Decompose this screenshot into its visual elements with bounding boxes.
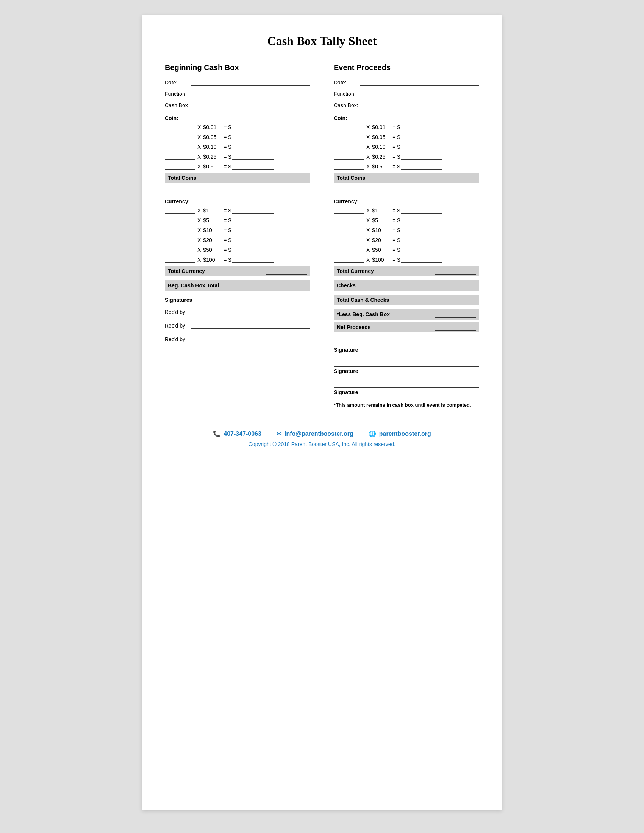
right-coin-result-1[interactable]: [401, 124, 443, 130]
right-section-title: Event Proceeds: [334, 63, 479, 72]
right-function-field[interactable]: [360, 90, 479, 97]
right-curr-result-5[interactable]: [401, 246, 443, 253]
left-curr-result-1[interactable]: [232, 207, 274, 214]
left-cashbox-label: Cash Box: [165, 102, 191, 108]
left-sig-field-1[interactable]: [191, 308, 310, 315]
left-curr-row-1: X $1 = $: [165, 207, 310, 214]
right-coin-qty-3[interactable]: [334, 143, 364, 150]
right-curr-row-6: X $100 = $: [334, 256, 479, 263]
right-sig-line-2[interactable]: [334, 360, 479, 367]
right-curr-result-6[interactable]: [401, 256, 443, 263]
right-total-currency-value[interactable]: [435, 268, 476, 275]
left-coin-result-4[interactable]: [232, 153, 274, 160]
right-curr-result-3[interactable]: [401, 227, 443, 233]
right-less-beg-value[interactable]: [435, 311, 476, 318]
globe-icon: 🌐: [369, 430, 376, 437]
right-coin-qty-2[interactable]: [334, 133, 364, 140]
right-coin-row-1: X $0.01 = $: [334, 124, 479, 130]
left-coin-result-2[interactable]: [232, 133, 274, 140]
right-coin-denom-4: $0.25: [372, 154, 391, 160]
right-total-cash-label: Total Cash & Checks: [337, 297, 435, 303]
right-curr-result-2[interactable]: [401, 217, 443, 224]
right-total-cash-value[interactable]: [435, 296, 476, 303]
left-coin-qty-5[interactable]: [165, 163, 195, 170]
right-coin-qty-1[interactable]: [334, 124, 364, 130]
right-net-proceeds-label: Net Proceeds: [337, 324, 435, 330]
left-curr-qty-4[interactable]: [165, 236, 195, 243]
right-curr-qty-4[interactable]: [334, 236, 364, 243]
right-curr-result-4[interactable]: [401, 236, 443, 243]
right-curr-denom-4: $20: [372, 237, 391, 243]
left-cashbox-field[interactable]: [191, 101, 310, 108]
right-sig-line-1[interactable]: [334, 338, 479, 345]
left-curr-result-3[interactable]: [232, 227, 274, 233]
footer-phone-number[interactable]: 407-347-0063: [224, 431, 261, 437]
right-checks-label: Checks: [337, 283, 435, 288]
left-coin-qty-2[interactable]: [165, 133, 195, 140]
right-date-label: Date:: [334, 79, 360, 85]
left-coin-result-3[interactable]: [232, 143, 274, 150]
left-date-field[interactable]: [191, 79, 310, 85]
left-coin-qty-1[interactable]: [165, 124, 195, 130]
left-curr-result-5[interactable]: [232, 246, 274, 253]
right-coin-result-5[interactable]: [401, 163, 443, 170]
right-total-coins-row: Total Coins: [334, 173, 479, 183]
right-coin-qty-5[interactable]: [334, 163, 364, 170]
left-sig-field-2[interactable]: [191, 322, 310, 329]
right-coin-result-3[interactable]: [401, 143, 443, 150]
left-curr-qty-5[interactable]: [165, 246, 195, 253]
right-less-beg-row: *Less Beg. Cash Box: [334, 309, 479, 320]
right-coin-result-4[interactable]: [401, 153, 443, 160]
left-coin-result-5[interactable]: [232, 163, 274, 170]
right-total-coins-value[interactable]: [435, 175, 476, 182]
left-coin-qty-3[interactable]: [165, 143, 195, 150]
footer-email-address[interactable]: info@parentbooster.org: [285, 431, 353, 437]
right-net-proceeds-value[interactable]: [435, 324, 476, 331]
left-coin-row-3: X $0.10 = $: [165, 143, 310, 150]
right-curr-qty-3[interactable]: [334, 227, 364, 233]
right-coin-qty-4[interactable]: [334, 153, 364, 160]
right-curr-denom-3: $10: [372, 227, 391, 233]
right-date-row: Date:: [334, 79, 479, 85]
left-curr-result-4[interactable]: [232, 236, 274, 243]
right-checks-value[interactable]: [435, 282, 476, 289]
right-date-field[interactable]: [360, 79, 479, 85]
left-cashbox-row: Cash Box: [165, 101, 310, 108]
right-coin-result-2[interactable]: [401, 133, 443, 140]
left-coin-qty-4[interactable]: [165, 153, 195, 160]
left-total-coins-value[interactable]: [266, 175, 307, 182]
left-function-field[interactable]: [191, 90, 310, 97]
right-coin-denom-1: $0.01: [372, 124, 391, 130]
left-function-row: Function:: [165, 90, 310, 97]
right-curr-row-3: X $10 = $: [334, 227, 479, 233]
left-curr-qty-1[interactable]: [165, 207, 195, 214]
left-total-currency-row: Total Currency: [165, 266, 310, 277]
right-curr-qty-1[interactable]: [334, 207, 364, 214]
right-cashbox-field[interactable]: [360, 101, 479, 108]
left-curr-row-5: X $50 = $: [165, 246, 310, 253]
right-less-beg-label: *Less Beg. Cash Box: [337, 311, 435, 317]
left-sig-field-3[interactable]: [191, 336, 310, 342]
left-curr-denom-4: $20: [203, 237, 222, 243]
left-curr-result-2[interactable]: [232, 217, 274, 224]
left-curr-denom-3: $10: [203, 227, 222, 233]
left-total-currency-value[interactable]: [266, 268, 307, 275]
right-curr-qty-2[interactable]: [334, 217, 364, 224]
right-curr-result-1[interactable]: [401, 207, 443, 214]
right-sig-line-3[interactable]: [334, 381, 479, 388]
left-curr-row-4: X $20 = $: [165, 236, 310, 243]
left-curr-qty-3[interactable]: [165, 227, 195, 233]
left-curr-qty-2[interactable]: [165, 217, 195, 224]
left-beg-total-value[interactable]: [266, 282, 307, 289]
left-sig-row-3: Rec'd by:: [165, 336, 310, 342]
right-curr-qty-5[interactable]: [334, 246, 364, 253]
left-curr-qty-6[interactable]: [165, 256, 195, 263]
right-curr-row-2: X $5 = $: [334, 217, 479, 224]
right-coin-title: Coin:: [334, 115, 479, 121]
right-curr-qty-6[interactable]: [334, 256, 364, 263]
left-curr-result-6[interactable]: [232, 256, 274, 263]
right-coin-row-4: X $0.25 = $: [334, 153, 479, 160]
footer-website-url[interactable]: parentbooster.org: [379, 431, 431, 437]
left-coin-result-1[interactable]: [232, 124, 274, 130]
left-coin-denom-4: $0.25: [203, 154, 222, 160]
